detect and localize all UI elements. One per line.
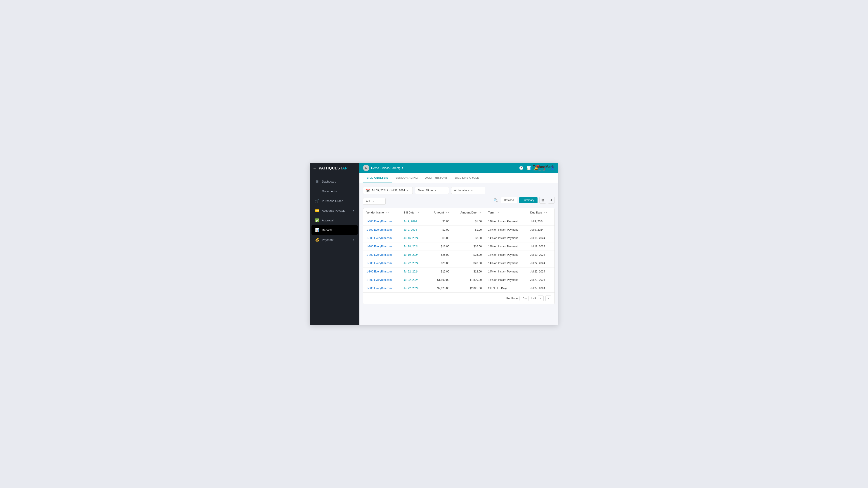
sidebar-item-purchase-order[interactable]: 🛒 Purchase Order <box>311 196 358 205</box>
per-page-select[interactable]: 10 ▾ <box>520 296 529 301</box>
sort-icon: ▲▼ <box>446 212 450 214</box>
table-row: 1-800 EveryRim.com Jul 22, 2024 $20.00 $… <box>363 259 555 267</box>
cell-amount-due: $12.00 <box>452 267 485 276</box>
per-page-label: Per Page: <box>506 297 518 300</box>
filters-row: 📅 Jul 09, 2024 to Jul 31, 2024 ▾ Demo Mi… <box>363 187 555 194</box>
chevron-down-icon: ▾ <box>373 200 374 203</box>
table-header-row: Vendor Name ▲▼ Bill Date ▲▼ Amount ▲▼ <box>363 208 555 217</box>
grid-view-button[interactable]: ⊞ <box>539 197 546 203</box>
pagination-bar: Per Page: 10 ▾ 1 - 9 ‹ › <box>363 293 555 304</box>
sidebar-item-label: Reports <box>322 228 332 232</box>
cell-amount-due: $1.00 <box>452 226 485 234</box>
calendar-icon: 📅 <box>366 189 370 192</box>
col-bill-date[interactable]: Bill Date ▲▼ <box>400 208 427 217</box>
col-due-date[interactable]: Due Date ▲▼ <box>527 208 555 217</box>
sidebar-item-dashboard[interactable]: ⊞ Dashboard <box>311 177 358 186</box>
detailed-view-button[interactable]: Detailed <box>501 197 518 203</box>
sort-icon: ▲▼ <box>478 212 482 214</box>
cell-amount-due: $2,025.00 <box>452 284 485 293</box>
date-range-filter[interactable]: 📅 Jul 09, 2024 to Jul 31, 2024 ▾ <box>363 187 413 194</box>
sidebar-item-approval[interactable]: ✅ Approval <box>311 216 358 225</box>
company-filter[interactable]: Demo Midas ▾ <box>415 187 449 194</box>
cell-bill-date: Jul 19, 2024 <box>400 251 427 259</box>
accounts-payable-icon: 💳 <box>315 208 319 213</box>
purchase-order-icon: 🛒 <box>315 199 319 203</box>
sidebar-item-documents[interactable]: ☰ Documents <box>311 186 358 196</box>
col-vendor-name[interactable]: Vendor Name ▲▼ <box>363 208 400 217</box>
cell-amount: $25.00 <box>427 251 452 259</box>
payment-icon: 💰 <box>315 238 319 242</box>
cell-amount: $3.00 <box>427 234 452 242</box>
cell-amount-due: $25.00 <box>452 251 485 259</box>
cell-term: 14% on Instant Payment <box>485 226 527 234</box>
table-row: 1-800 EveryRim.com Jul 18, 2024 $16.00 $… <box>363 242 555 251</box>
cell-amount: $16.00 <box>427 242 452 251</box>
cell-amount: $1,890.00 <box>427 276 452 284</box>
table-row: 1-800 EveryRim.com Jul 22, 2024 $2,025.0… <box>363 284 555 293</box>
cell-due-date: Jul 16, 2024 <box>527 234 555 242</box>
tab-bill-life-cycle[interactable]: Bill Life Cycle <box>451 173 483 183</box>
tab-bill-analysis[interactable]: Bill Analysis <box>363 173 392 183</box>
sidebar-item-label: Approval <box>322 219 333 222</box>
tab-vendor-aging[interactable]: Vendor Aging <box>392 173 422 183</box>
watermark-text: TechnoMark <box>533 165 554 169</box>
content-area: D Demo - Midas(Parent) ▾ 🕐 ⚙ 🔔 5 ❓ 👤 <box>360 163 558 325</box>
cell-amount-due: $1,890.00 <box>452 276 485 284</box>
summary-view-button[interactable]: Summary <box>519 197 537 203</box>
view-controls: 🔍 Detailed Summary ⊞ ⬇ <box>493 197 555 203</box>
table-row: 1-800 EveryRim.com Jul 19, 2024 $25.00 $… <box>363 251 555 259</box>
table-row: 1-800 EveryRim.com Jul 16, 2024 $3.00 $3… <box>363 234 555 242</box>
table-row: 1-800 EveryRim.com Jul 22, 2024 $1,890.0… <box>363 276 555 284</box>
page-info: 1 - 9 <box>530 297 536 300</box>
company-name: Demo - Midas(Parent) <box>371 166 400 170</box>
sidebar-item-label: Accounts Payable <box>322 209 345 213</box>
cell-vendor: 1-800 EveryRim.com <box>363 251 400 259</box>
cell-due-date: Jul 9, 2024 <box>527 217 555 226</box>
data-table-wrapper: Vendor Name ▲▼ Bill Date ▲▼ Amount ▲▼ <box>363 208 555 304</box>
table-row: 1-800 EveryRim.com Jul 9, 2024 $1.00 $1.… <box>363 217 555 226</box>
sidebar-item-payment[interactable]: 💰 Payment ▾ <box>311 235 358 245</box>
sidebar-item-accounts-payable[interactable]: 💳 Accounts Payable ▾ <box>311 206 358 215</box>
cell-amount-due: $20.00 <box>452 259 485 267</box>
cell-amount: $20.00 <box>427 259 452 267</box>
cell-term: 14% on Instant Payment <box>485 267 527 276</box>
cell-bill-date: Jul 9, 2024 <box>400 226 427 234</box>
main-layout: ← PATHQUESTAP ⊞ Dashboard ☰ Documents 🛒 … <box>310 163 558 325</box>
sidebar-item-reports[interactable]: 📊 Reports <box>311 225 358 235</box>
col-amount-due[interactable]: Amount Due ▲▼ <box>452 208 485 217</box>
cell-term: 14% on Instant Payment <box>485 217 527 226</box>
search-button[interactable]: 🔍 <box>493 197 499 203</box>
cell-due-date: Jul 22, 2024 <box>527 259 555 267</box>
sort-icon: ▲▼ <box>496 212 500 214</box>
download-button[interactable]: ⬇ <box>548 197 555 203</box>
back-arrow-icon[interactable]: ← <box>313 166 316 170</box>
cell-due-date: Jul 27, 2024 <box>527 284 555 293</box>
sidebar-item-label: Documents <box>322 190 337 193</box>
cell-amount: $1.00 <box>427 217 452 226</box>
cell-amount-due: $16.00 <box>452 242 485 251</box>
cell-term: 14% on Instant Payment <box>485 242 527 251</box>
location-filter[interactable]: All Locations ▾ <box>451 187 485 194</box>
watermark-sub: Let's Innovate <box>533 169 554 171</box>
watermark: 📊 TechnoMark Let's Innovate <box>526 165 554 171</box>
chevron-down-icon: ▾ <box>353 238 354 241</box>
col-term[interactable]: Term ▲▼ <box>485 208 527 217</box>
company-chevron-icon[interactable]: ▾ <box>402 166 403 169</box>
tab-audit-history[interactable]: Audit History <box>422 173 451 183</box>
cell-term: 14% on Instant Payment <box>485 259 527 267</box>
prev-page-button[interactable]: ‹ <box>538 295 544 301</box>
table-row: 1-800 EveryRim.com Jul 9, 2024 $1.00 $1.… <box>363 226 555 234</box>
type-filter[interactable]: ALL ▾ <box>363 198 385 205</box>
documents-icon: ☰ <box>315 189 319 193</box>
dashboard-icon: ⊞ <box>315 180 319 184</box>
chevron-down-icon: ▾ <box>471 189 473 192</box>
cell-due-date: Jul 9, 2024 <box>527 226 555 234</box>
company-value: Demo Midas <box>418 189 433 192</box>
cell-term: 2% NET 5 Days <box>485 284 527 293</box>
sidebar-item-label: Purchase Order <box>322 199 343 203</box>
cell-vendor: 1-800 EveryRim.com <box>363 242 400 251</box>
cell-due-date: Jul 22, 2024 <box>527 267 555 276</box>
clock-icon[interactable]: 🕐 <box>519 166 524 170</box>
col-amount[interactable]: Amount ▲▼ <box>427 208 452 217</box>
next-page-button[interactable]: › <box>546 295 551 301</box>
